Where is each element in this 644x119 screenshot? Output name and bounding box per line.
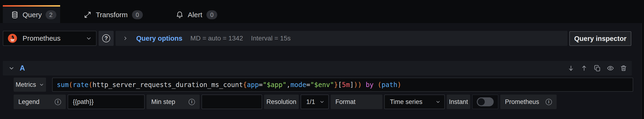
datasource-picker[interactable]: Prometheus [3, 31, 96, 46]
expression-token-metric: http_server_requests_duration_ms_count [92, 81, 243, 89]
chevron-down-icon[interactable] [8, 65, 14, 71]
resolution-select[interactable]: 1/1 [301, 94, 329, 109]
expression-token-string: "$app" [263, 81, 286, 89]
expression-token-keyword: by [362, 81, 378, 89]
toggle-knob [478, 98, 485, 105]
expression-token-paren: ( [88, 81, 92, 89]
transform-icon [84, 11, 92, 19]
info-circle-icon: i [55, 99, 61, 105]
expression-token-function: rate [72, 81, 88, 89]
trash-icon[interactable] [620, 65, 627, 72]
query-row-actions [568, 65, 627, 72]
query-editor-row: Metrics sum(rate(http_server_requests_du… [0, 78, 644, 92]
expression-token-paren: ( [378, 81, 382, 89]
grafana-query-editor: Query 2 Transform 0 Alert 0 [0, 0, 644, 119]
expression-token-label: app [247, 81, 259, 89]
instant-label: Instant [447, 94, 470, 109]
info-circle-icon: i [546, 99, 552, 105]
tab-transform-label: Transform [96, 11, 128, 19]
tab-query-badge: 2 [46, 10, 56, 19]
tab-transform-badge: 0 [132, 10, 143, 19]
chevron-down-icon [436, 99, 440, 104]
datasource-help-button[interactable]: ? [99, 31, 114, 46]
toggle-pill [477, 97, 494, 106]
query-inspector-label: Query inspector [574, 35, 626, 43]
query-options-label: Query options [136, 35, 182, 42]
min-step-label: Min step i [146, 94, 200, 109]
chevron-down-icon [320, 99, 324, 104]
info-circle-icon: i [188, 99, 195, 105]
duplicate-icon[interactable] [594, 65, 601, 72]
datasource-row: Prometheus ? Query options MD = auto = 1… [0, 31, 644, 46]
query-ref-id: A [20, 64, 25, 72]
expression-token-operator: = [259, 81, 263, 89]
resolution-label: Resolution [264, 94, 299, 109]
expression-token-paren: ( [69, 81, 73, 89]
arrow-down-icon[interactable] [568, 65, 574, 72]
expression-token-label: mode [290, 81, 306, 89]
exemplars-label: Prometheus i [500, 94, 557, 109]
query-options-row: Legend i {{path}} Min step i Resolution … [14, 94, 557, 109]
tab-transform[interactable]: Transform 0 [73, 7, 153, 23]
expression-token-label: path [382, 81, 397, 89]
query-options-bar[interactable]: Query options MD = auto = 1342 Interval … [116, 31, 568, 46]
legend-label: Legend i [14, 94, 66, 109]
bell-icon [176, 11, 184, 19]
tab-query-label: Query [22, 11, 42, 19]
query-inspector-button[interactable]: Query inspector [569, 31, 631, 46]
editor-tab-bar: Query 2 Transform 0 Alert 0 [0, 0, 644, 23]
format-select[interactable]: Time series [384, 94, 445, 109]
eye-icon[interactable] [607, 65, 614, 72]
prometheus-logo [8, 33, 18, 43]
interval-summary: Interval = 15s [251, 35, 291, 42]
max-data-points-summary: MD = auto = 1342 [190, 35, 243, 42]
expression-token-function: sum [57, 81, 69, 89]
format-label: Format [331, 94, 382, 109]
angle-right-icon [122, 36, 128, 41]
chevron-down-icon [39, 82, 44, 87]
tab-alert[interactable]: Alert 0 [165, 7, 228, 23]
legend-input[interactable]: {{path}} [68, 94, 145, 109]
min-step-input[interactable] [202, 94, 262, 109]
expression-token-operator: = [306, 81, 310, 89]
chevron-down-icon [86, 35, 92, 41]
expression-token-operator: [ [338, 81, 342, 89]
editor-mode-label: Metrics [16, 81, 36, 88]
expression-token-paren: { [243, 81, 247, 89]
expression-token-operator: ] [350, 81, 354, 89]
expression-token-string: "$env" [310, 81, 334, 89]
expression-token-paren: ) [398, 81, 402, 89]
expression-token-operator: , [286, 81, 290, 89]
editor-mode-dropdown[interactable]: Metrics [14, 78, 46, 92]
datasource-name: Prometheus [22, 34, 80, 42]
expression-token-paren: )) [354, 81, 362, 89]
arrow-up-icon[interactable] [580, 65, 588, 72]
database-icon [11, 11, 19, 19]
instant-toggle[interactable] [472, 94, 498, 109]
help-circle-icon: ? [102, 34, 110, 42]
tab-alert-label: Alert [188, 11, 202, 19]
query-row-header[interactable]: A [3, 61, 632, 75]
tab-query[interactable]: Query 2 [3, 7, 60, 23]
expression-token-duration: 5m [342, 81, 350, 89]
promql-expression-input[interactable]: sum(rate(http_server_requests_duration_m… [52, 78, 633, 92]
expression-token-paren: } [334, 81, 338, 89]
tab-alert-badge: 0 [206, 10, 217, 19]
